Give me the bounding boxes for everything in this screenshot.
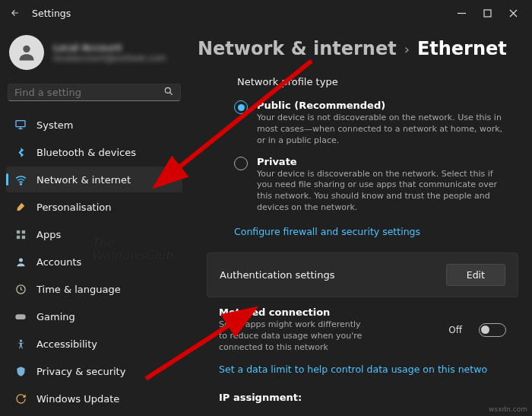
svg-rect-3 — [16, 121, 25, 127]
data-limit-link[interactable]: Set a data limit to help control data us… — [192, 356, 523, 383]
close-button[interactable] — [500, 2, 526, 24]
search-box[interactable] — [8, 84, 181, 101]
profile-text: Local Account localaccount@outlook.com — [53, 42, 166, 63]
system-icon — [14, 118, 27, 132]
metered-title: Metered connection — [219, 306, 433, 318]
ip-assignment-label: IP assignment: — [192, 383, 523, 403]
nav-label: Privacy & security — [36, 366, 125, 377]
radio-private[interactable]: Private Your device is discoverable on t… — [192, 151, 523, 218]
breadcrumb-parent[interactable]: Network & internet — [198, 38, 397, 59]
radio-button[interactable] — [234, 100, 248, 114]
nav-accessibility[interactable]: Accessibility — [6, 331, 182, 357]
nav-privacy[interactable]: Privacy & security — [6, 358, 182, 384]
bluetooth-icon — [14, 145, 27, 159]
window-title: Settings — [32, 8, 448, 19]
nav-personalisation[interactable]: Personalisation — [6, 194, 182, 220]
search-icon — [163, 85, 174, 100]
breadcrumb: Network & internet › Ethernet — [192, 30, 523, 73]
firewall-link[interactable]: Configure firewall and security settings — [192, 218, 523, 245]
nav-system[interactable]: System — [6, 112, 182, 138]
gaming-icon — [14, 310, 27, 323]
svg-point-2 — [165, 87, 170, 93]
option-desc: Your device is not discoverable on the n… — [257, 113, 508, 147]
update-icon — [14, 392, 27, 405]
svg-point-4 — [20, 183, 21, 185]
nav-accounts[interactable]: Accounts — [6, 249, 182, 275]
sidebar: Local Account localaccount@outlook.com S… — [0, 26, 188, 416]
network-profile-type-label: Network profile type — [192, 73, 523, 95]
radio-button[interactable] — [234, 157, 248, 170]
breadcrumb-current: Ethernet — [417, 38, 507, 59]
accessibility-icon — [14, 337, 27, 351]
apps-icon — [14, 227, 27, 241]
metered-row: Metered connection Some apps might work … — [192, 297, 523, 357]
option-title: Public (Recommended) — [257, 100, 508, 111]
svg-rect-0 — [484, 10, 491, 17]
brush-icon — [14, 200, 27, 214]
main-pane[interactable]: Network & internet › Ethernet Network pr… — [188, 26, 532, 416]
wifi-icon — [14, 173, 27, 186]
nav-label: System — [36, 119, 73, 131]
auth-settings-row[interactable]: Authentication settings Edit — [207, 252, 518, 297]
nav-label: Accounts — [36, 256, 81, 268]
nav-network[interactable]: Network & internet — [6, 167, 182, 192]
nav-label: Apps — [36, 229, 61, 240]
profile-email: localaccount@outlook.com — [53, 53, 166, 63]
nav-gaming[interactable]: Gaming — [6, 303, 182, 329]
svg-point-9 — [19, 258, 23, 262]
svg-rect-11 — [15, 314, 25, 319]
nav-apps[interactable]: Apps — [6, 221, 182, 247]
radio-public[interactable]: Public (Recommended) Your device is not … — [192, 95, 523, 151]
option-desc: Your device is discoverable on the netwo… — [257, 169, 508, 214]
minimize-button[interactable] — [448, 2, 474, 24]
nav-label: Gaming — [36, 311, 75, 322]
option-title: Private — [257, 156, 508, 167]
edit-button[interactable]: Edit — [446, 264, 505, 286]
svg-rect-7 — [16, 235, 19, 238]
svg-point-1 — [23, 46, 30, 52]
nav-label: Personalisation — [36, 202, 112, 213]
chevron-right-icon: › — [404, 41, 410, 57]
svg-rect-5 — [16, 230, 19, 233]
svg-rect-8 — [21, 235, 24, 238]
nav-label: Bluetooth & devices — [36, 147, 136, 158]
title-bar: Settings — [0, 0, 532, 26]
nav-label: Accessibility — [36, 338, 97, 350]
avatar — [9, 35, 44, 70]
maximize-button[interactable] — [474, 2, 500, 24]
back-button[interactable] — [6, 4, 24, 22]
nav-update[interactable]: Windows Update — [6, 386, 182, 411]
svg-rect-6 — [21, 230, 24, 233]
profile-block[interactable]: Local Account localaccount@outlook.com — [6, 30, 182, 81]
window-controls — [448, 2, 526, 24]
source-watermark: wsxdn.com — [489, 405, 527, 413]
nav-bluetooth[interactable]: Bluetooth & devices — [6, 139, 182, 165]
search-input[interactable] — [14, 87, 163, 98]
metered-desc: Some apps might work differently to redu… — [219, 319, 363, 354]
toggle-state: Off — [448, 325, 462, 335]
profile-name: Local Account — [53, 42, 166, 53]
nav-label: Windows Update — [36, 393, 119, 405]
nav-time[interactable]: Time & language — [6, 276, 182, 302]
metered-toggle[interactable] — [479, 323, 506, 337]
person-icon — [14, 255, 27, 268]
nav-label: Time & language — [36, 284, 121, 295]
nav-list: System Bluetooth & devices Network & int… — [6, 112, 182, 411]
svg-point-12 — [19, 339, 21, 341]
nav-label: Network & internet — [36, 174, 131, 186]
clock-icon — [14, 282, 27, 296]
shield-icon — [14, 364, 27, 378]
auth-title: Authentication settings — [220, 269, 334, 281]
